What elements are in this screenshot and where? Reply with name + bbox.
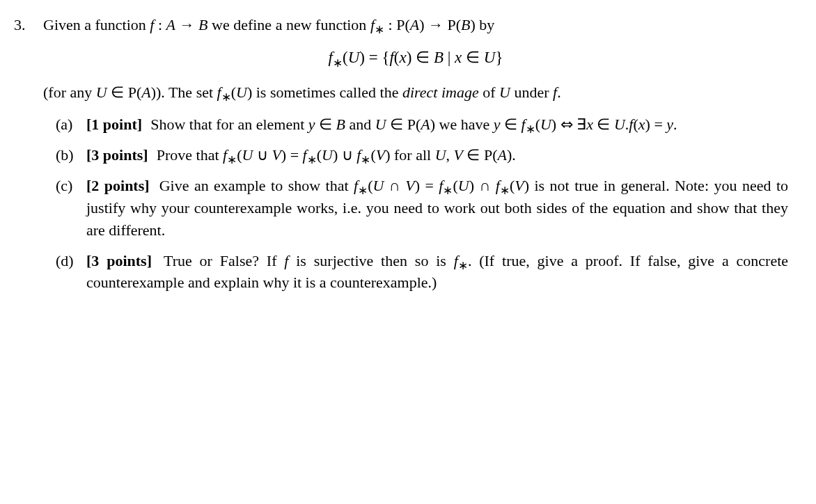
problem-number: 3. [14, 14, 43, 302]
part-content: Prove that f∗(U ∪ V) = f∗(U) ∪ f∗(V) for… [157, 146, 516, 164]
part-label: (d) [56, 250, 86, 294]
part-content: Show that for an element y ∈ B and U ∈ P… [150, 116, 677, 133]
part-c: (c) [2 points] Give an example to show t… [56, 175, 788, 242]
part-text: [1 point] Show that for an element y ∈ B… [86, 113, 788, 136]
part-text: [3 points] True or False? If f is surjec… [86, 250, 788, 294]
part-label: (c) [56, 175, 86, 242]
points-badge: [1 point] [86, 116, 142, 133]
subparts-list: (a) [1 point] Show that for an element y… [56, 113, 788, 294]
part-content: Give an example to show that f∗(U ∩ V) =… [86, 177, 788, 239]
points-badge: [3 points] [86, 252, 152, 269]
problem-body: Given a function f : A → B we define a n… [43, 14, 788, 302]
part-a: (a) [1 point] Show that for an element y… [56, 113, 788, 136]
part-d: (d) [3 points] True or False? If f is su… [56, 250, 788, 294]
display-equation: f∗(U) = {f(x) ∈ B | x ∈ U} [43, 46, 788, 69]
part-label: (a) [56, 113, 86, 136]
part-text: [2 points] Give an example to show that … [86, 175, 788, 242]
problem-intro: Given a function f : A → B we define a n… [43, 14, 788, 36]
points-badge: [3 points] [86, 146, 148, 164]
part-b: (b) [3 points] Prove that f∗(U ∪ V) = f∗… [56, 144, 788, 166]
problem-3: 3. Given a function f : A → B we define … [14, 14, 788, 302]
points-badge: [2 points] [86, 177, 150, 194]
problem-after: (for any U ∈ P(A)). The set f∗(U) is som… [43, 81, 788, 104]
part-label: (b) [56, 144, 86, 166]
part-text: [3 points] Prove that f∗(U ∪ V) = f∗(U) … [86, 144, 788, 166]
part-content: True or False? If f is surjective then s… [86, 252, 788, 292]
